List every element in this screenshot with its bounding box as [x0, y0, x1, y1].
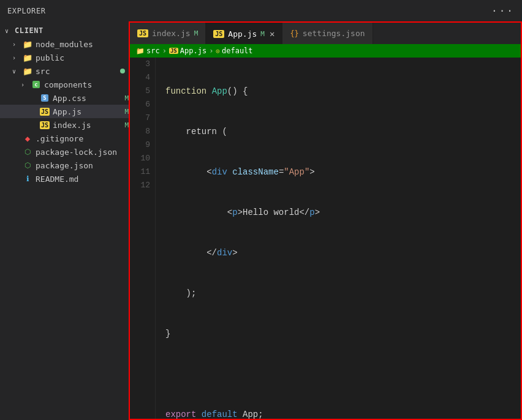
app-css-label: App.css [53, 94, 122, 103]
src-modified-dot [120, 69, 125, 73]
token-function: function [165, 84, 206, 98]
title-bar: EXPLORER ··· [0, 0, 522, 21]
public-label: public [36, 53, 129, 62]
line-numbers: 3 4 5 6 7 8 9 10 11 12 [130, 58, 156, 419]
app-js-badge: M [124, 108, 129, 116]
breadcrumb-sep-2: › [209, 47, 213, 55]
tab-app-js[interactable]: JS App.js M ✕ [206, 23, 282, 44]
line-num-12: 12 [130, 179, 150, 192]
code-line-11: export default App; [165, 408, 521, 419]
tab-app-js-close[interactable]: ✕ [270, 29, 274, 39]
pkg-icon: ⬡ [22, 160, 33, 170]
folder-icon: 📁 [22, 39, 33, 49]
sidebar-item-app-js[interactable]: › JS App.js M [0, 105, 129, 118]
tab-settings-json[interactable]: {} settings.json [282, 23, 373, 44]
tabs-bar: JS index.js M JS App.js M ✕ {} settings.… [130, 23, 521, 44]
node-modules-label: node_modules [36, 40, 129, 49]
sidebar-item-package-lock[interactable]: › ⬡ package-lock.json [0, 145, 129, 159]
code-editor[interactable]: 3 4 5 6 7 8 9 10 11 12 function App() { … [130, 58, 521, 419]
git-icon: ◆ [22, 133, 33, 143]
index-js-label: index.js [53, 121, 122, 130]
components-arrow: › [21, 81, 31, 88]
tab-app-js-label: App.js [228, 29, 257, 39]
code-line-7: </div> [165, 246, 521, 260]
breadcrumb: 📁 src › JS App.js › ⊙ default [130, 44, 521, 58]
src-folder-icon: 📁 [22, 66, 33, 76]
sidebar-root-client[interactable]: ∨ CLIENT [0, 24, 129, 37]
breadcrumb-func-icon: ⊙ [216, 47, 220, 55]
editor-area: JS index.js M JS App.js M ✕ {} settings.… [129, 21, 522, 420]
line-num-10: 10 [130, 152, 150, 165]
sidebar-item-app-css[interactable]: › S App.css M [0, 91, 129, 105]
readme-icon: ℹ [22, 174, 33, 184]
sidebar-item-components[interactable]: › c components [0, 78, 129, 91]
code-line-4: return ( [165, 125, 521, 138]
sidebar-item-gitignore[interactable]: › ◆ .gitignore [0, 132, 129, 145]
breadcrumb-appjs[interactable]: JS App.js [169, 47, 206, 55]
line-num-3: 3 [130, 58, 150, 71]
main-layout: ∨ CLIENT › 📁 node_modules › 📁 public ∨ 📁… [0, 21, 522, 420]
components-icon: c [31, 80, 42, 89]
index-js-icon: JS [39, 120, 50, 130]
line-num-6: 6 [130, 98, 150, 111]
pkg-lock-icon: ⬡ [22, 147, 33, 157]
readme-label: README.md [36, 174, 129, 184]
line-num-7: 7 [130, 111, 150, 125]
gitignore-label: .gitignore [36, 134, 129, 143]
css-icon: S [39, 93, 50, 103]
sidebar-item-node-modules[interactable]: › 📁 node_modules [0, 37, 129, 51]
src-arrow: ∨ [12, 68, 22, 75]
code-line-10 [165, 367, 521, 381]
app-js-label: App.js [53, 107, 122, 116]
title-bar-menu[interactable]: ··· [491, 5, 515, 17]
sidebar-item-package-json[interactable]: › ⬡ package.json [0, 159, 129, 172]
breadcrumb-sep-1: › [162, 47, 167, 55]
sidebar: ∨ CLIENT › 📁 node_modules › 📁 public ∨ 📁… [0, 21, 129, 420]
code-line-6: <p>Hello world</p> [165, 206, 521, 219]
tab-settings-json-label: settings.json [303, 29, 365, 38]
line-num-11: 11 [130, 165, 150, 179]
tab-index-js-badge: M [194, 29, 199, 37]
app-css-badge: M [124, 94, 129, 102]
token-app-name: App [212, 84, 227, 98]
package-lock-label: package-lock.json [36, 148, 129, 157]
explorer-label: EXPLORER [7, 7, 46, 15]
line-num-8: 8 [130, 125, 150, 138]
line-num-4: 4 [130, 71, 150, 84]
code-content[interactable]: function App() { return ( <div className… [156, 58, 521, 419]
breadcrumb-js-icon: JS [169, 48, 178, 54]
src-label: src [36, 67, 120, 76]
code-line-5: <div className="App"> [165, 165, 521, 179]
code-line-3: function App() { [165, 84, 521, 98]
tab-index-js-icon: JS [137, 29, 148, 37]
index-js-badge: M [124, 121, 129, 129]
public-arrow: › [12, 54, 22, 61]
tab-settings-json-icon: {} [290, 29, 298, 38]
line-num-5: 5 [130, 84, 150, 98]
sidebar-item-public[interactable]: › 📁 public [0, 51, 129, 64]
node-modules-arrow: › [12, 41, 22, 48]
breadcrumb-default[interactable]: ⊙ default [216, 47, 252, 55]
sidebar-item-src[interactable]: ∨ 📁 src [0, 64, 129, 78]
tab-index-js[interactable]: JS index.js M [130, 23, 206, 44]
code-line-8: ); [165, 287, 521, 300]
components-label: components [44, 80, 129, 89]
tab-app-js-icon: JS [213, 30, 224, 38]
tab-index-js-label: index.js [152, 29, 191, 38]
public-folder-icon: 📁 [22, 53, 33, 62]
code-line-9: } [165, 327, 521, 340]
breadcrumb-src[interactable]: 📁 src [136, 47, 160, 55]
line-num-9: 9 [130, 138, 150, 152]
root-label: CLIENT [15, 26, 129, 35]
sidebar-item-index-js[interactable]: › JS index.js M [0, 118, 129, 132]
sidebar-item-readme[interactable]: › ℹ README.md [0, 172, 129, 186]
root-arrow: ∨ [5, 28, 15, 34]
package-json-label: package.json [36, 161, 129, 170]
tab-app-js-badge: M [260, 30, 265, 38]
app-js-icon: JS [39, 107, 50, 116]
